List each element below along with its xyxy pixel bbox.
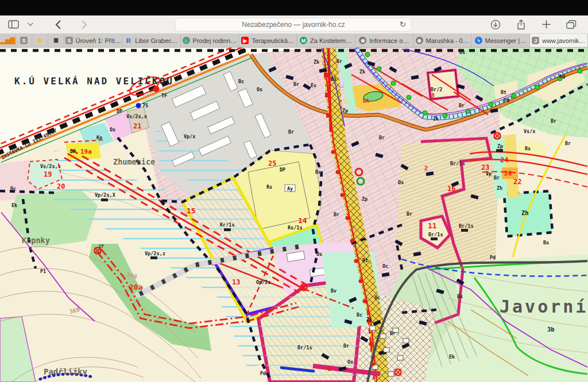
share-icon[interactable] [513, 18, 528, 31]
map-label: 20a [129, 283, 143, 291]
map-label: 8 [431, 92, 435, 99]
map-label: P1 [40, 268, 46, 274]
tab-favicon: S [20, 37, 28, 44]
tab-label: Marushka - 0… [426, 37, 469, 44]
tab-9[interactable]: MZa Kostelem… [297, 34, 355, 47]
tab-favicon: M [300, 37, 307, 44]
map-label: Zk [314, 59, 319, 65]
map-label: DP [70, 149, 76, 154]
tab-favicon: ▶ [241, 37, 249, 44]
tab-overview-icon[interactable] [564, 18, 579, 31]
tab-6[interactable]: RLibor Grabec… [122, 34, 180, 47]
map-label: Br/1s [450, 161, 465, 166]
map-label: Zk [366, 317, 372, 322]
tab-3[interactable]: ★ [32, 34, 48, 47]
map-label: Br [390, 330, 396, 336]
back-button[interactable] [51, 18, 65, 31]
tab-favicon: ★ [36, 37, 44, 44]
map-label: 26 [504, 170, 512, 177]
map-label: 6 [327, 365, 331, 373]
map-label: Br [494, 175, 500, 181]
map-label: 19a [80, 148, 92, 155]
map-label: Vp/2s,z [145, 251, 165, 256]
map-label: Rs [525, 146, 531, 151]
chevron-down-icon[interactable] [23, 18, 38, 31]
map-label: Kopnky [22, 236, 50, 245]
tab-favicon: ≣ [52, 37, 60, 44]
map-label: TF [161, 93, 167, 99]
map-label: Pd [260, 371, 266, 376]
tab-4[interactable]: ≣ [48, 34, 64, 47]
map-label: 19 [44, 170, 52, 178]
map-label: 23 [481, 163, 489, 171]
map-label: 14 [298, 216, 307, 225]
map-label: Os [257, 87, 262, 92]
tab-13[interactable]: Jwww.javornik… [530, 34, 588, 47]
downloads-icon[interactable] [488, 18, 503, 31]
map-label: Vp/x [184, 134, 195, 139]
map-label: 16 [447, 185, 455, 193]
tab-favicon: S [65, 37, 73, 44]
map-label: Br [334, 212, 339, 217]
map-label: Br [565, 141, 571, 146]
map-label: Vs/2s,x [126, 114, 147, 119]
reload-icon[interactable]: ↻ [400, 20, 406, 29]
map-label: Br [288, 129, 294, 135]
tab-favicon: ⊕ [416, 37, 423, 44]
map-label: Bv [331, 288, 336, 294]
tab-5[interactable]: SÚroveň 1: Přít… [64, 34, 122, 47]
tab-11[interactable]: ⊕Marushka - 0… [413, 34, 471, 47]
tab-favicon: R [125, 37, 132, 44]
tab-bar: ▂▅▇S★≣SÚroveň 1: Přít…RLibor Grabec…⌂Pro… [0, 34, 588, 48]
tab-favicon: J [532, 37, 539, 44]
map-label: Pd [504, 98, 509, 103]
address-bar[interactable]: Nezabezpečeno — javornik-ho.cz ↻ [175, 18, 412, 32]
map-label: 21 [133, 122, 141, 130]
tab-7[interactable]: ⌂Prodej rodinn… [181, 34, 239, 47]
map-label: Kn [96, 135, 102, 141]
tab-label: Informace o… [369, 37, 409, 44]
map-label: Br/1s [459, 223, 474, 229]
map-label: 25 [268, 159, 276, 167]
map-label: Zh [521, 209, 529, 216]
sidebar-toggle-icon[interactable] [6, 18, 21, 31]
tab-favicon: ▂▅▇ [4, 37, 11, 44]
map-label: DA [363, 98, 369, 104]
map-viewport[interactable]: K.Ú VELKÁ NAD VELIČKOUZASTÁVKA ČD III/49… [0, 48, 588, 382]
map-label: Oc [382, 263, 388, 269]
tab-label: Messenger |… [485, 37, 526, 44]
map-label: Br [407, 211, 412, 217]
tab-2[interactable]: S [16, 34, 32, 47]
menu-bar-strip [0, 0, 588, 15]
map-label: Bc [357, 312, 362, 318]
map-label: Os [110, 127, 115, 132]
map-label: Ek [457, 294, 463, 299]
zoning-map: K.Ú VELKÁ NAD VELIČKOUZASTÁVKA ČD III/49… [0, 48, 588, 382]
tab-favicon: ϟ [475, 37, 482, 44]
map-label: Zp [342, 108, 348, 114]
tab-1[interactable]: ▂▅▇ [0, 34, 16, 47]
map-label: Os [398, 180, 404, 185]
tab-12[interactable]: ϟMessenger |… [471, 34, 529, 47]
address-bar-text: Nezabezpečeno — javornik-ho.cz [242, 21, 345, 29]
map-label: Br [551, 118, 556, 124]
map-label: Zhumenice [113, 157, 155, 166]
map-label: 7S [142, 103, 148, 108]
map-label: Bc [315, 169, 321, 175]
map-label: 24 [500, 156, 508, 164]
new-tab-icon[interactable] [539, 18, 554, 31]
tab-label: Libor Grabec… [135, 37, 178, 44]
map-label: 22 [513, 178, 521, 186]
tab-10[interactable]: ⊕Informace o… [355, 34, 413, 47]
map-label: Pd [490, 255, 496, 260]
tab-8[interactable]: ▶Terapeutická… [239, 34, 297, 47]
tab-favicon: ⌂ [183, 37, 190, 44]
map-label: Ay [287, 186, 293, 192]
map-label: Zp [497, 143, 503, 149]
map-label: Vs/x [524, 128, 535, 134]
map-label: 15 [187, 206, 196, 215]
map-label: Bs [543, 240, 549, 245]
forward-button[interactable] [77, 18, 92, 31]
map-label: Ev [311, 83, 316, 88]
tab-label: Terapeutická… [252, 37, 293, 44]
